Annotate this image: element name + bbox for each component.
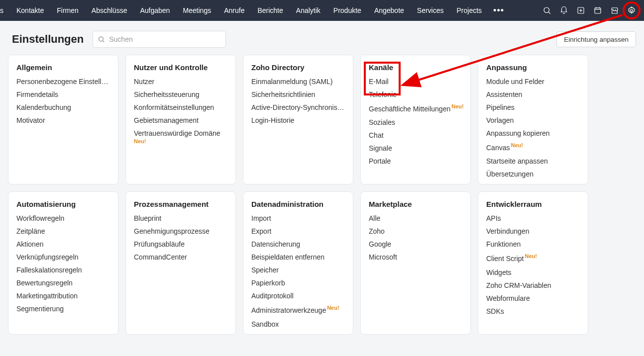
settings-link[interactable]: Konformitätseinstellungen — [134, 103, 227, 111]
svg-point-10 — [99, 37, 104, 41]
gear-icon[interactable] — [626, 5, 637, 16]
settings-link[interactable]: Sandbox — [251, 320, 345, 328]
settings-link[interactable]: Prüfungsabläufe — [134, 240, 227, 248]
settings-link[interactable]: Übersetzungen — [486, 170, 580, 178]
settings-link[interactable]: Geschäftliche Mitteilungen — [369, 105, 450, 113]
settings-card-prozessmanagement: ProzessmanagementBlueprintGenehmigungspr… — [125, 191, 236, 334]
settings-link[interactable]: Chat — [369, 131, 462, 139]
settings-link[interactable]: Pipelines — [486, 103, 580, 111]
settings-link[interactable]: Blueprint — [134, 214, 227, 222]
settings-link[interactable]: Canvas — [486, 144, 510, 152]
nav-item-berichte[interactable]: Berichte — [251, 6, 289, 14]
settings-link[interactable]: Sicherheitsrichtlinien — [251, 90, 345, 98]
settings-link[interactable]: Aktionen — [16, 240, 110, 248]
settings-link[interactable]: Firmendetails — [16, 90, 110, 98]
nav-item-abschlüsse[interactable]: Abschlüsse — [85, 6, 134, 14]
settings-link[interactable]: Segmentierung — [16, 305, 110, 313]
settings-link[interactable]: Auditprotokoll — [251, 292, 345, 300]
card-title: Zoho Directory — [251, 63, 345, 72]
settings-link[interactable]: Sicherheitssteuerung — [134, 90, 227, 98]
nav-item-aufgaben[interactable]: Aufgaben — [133, 6, 176, 14]
settings-link[interactable]: Active-Directory-Synchronisierung — [251, 103, 345, 111]
nav-item-analytik[interactable]: Analytik — [290, 6, 327, 14]
nav-left: sKontakteFirmenAbschlüsseAufgabenMeeting… — [0, 6, 541, 15]
settings-link[interactable]: Telefonie — [369, 90, 462, 98]
page-title: Einstellungen — [12, 33, 84, 46]
settings-link[interactable]: Widgets — [486, 268, 580, 276]
settings-link[interactable]: Motivator — [16, 116, 110, 124]
settings-link[interactable]: Vorlagen — [486, 116, 580, 124]
settings-link[interactable]: Papierkorb — [251, 279, 345, 287]
settings-grid-row1: AllgemeinPersonenbezogene EinstellungenF… — [0, 55, 644, 184]
nav-item-angebote[interactable]: Angebote — [368, 6, 411, 14]
nav-item-produkte[interactable]: Produkte — [327, 6, 368, 14]
settings-link[interactable]: Assistenten — [486, 90, 580, 98]
settings-link[interactable]: Administratorwerkzeuge — [251, 307, 326, 315]
new-badge: Neu! — [134, 138, 227, 144]
settings-link[interactable]: Zeitpläne — [16, 227, 110, 235]
settings-link[interactable]: E-Mail — [369, 78, 462, 86]
nav-item-meetings[interactable]: Meetings — [176, 6, 217, 14]
card-title: Allgemein — [16, 63, 110, 72]
settings-link[interactable]: Alle — [369, 214, 462, 222]
settings-link[interactable]: Personenbezogene Einstellungen — [16, 78, 110, 86]
settings-card-nutzer-und-kontrolle: Nutzer und KontrolleNutzerSicherheitsste… — [125, 55, 236, 184]
card-list: Einmalanmeldung (SAML)Sicherheitsrichtli… — [251, 78, 345, 124]
settings-link[interactable]: Bewertungsregeln — [16, 279, 110, 287]
settings-link[interactable]: Speicher — [251, 266, 345, 274]
settings-link[interactable]: Anpassung kopieren — [486, 129, 580, 137]
settings-link[interactable]: Workflowregeln — [16, 214, 110, 222]
settings-link[interactable]: Client Script — [486, 255, 524, 263]
settings-link[interactable]: Google — [369, 240, 462, 248]
settings-link[interactable]: Login-Historie — [251, 116, 345, 124]
settings-link[interactable]: Webformulare — [486, 294, 580, 302]
settings-link[interactable]: Zoho — [369, 227, 462, 235]
settings-link[interactable]: Import — [251, 214, 345, 222]
calendar-icon[interactable] — [592, 5, 603, 16]
settings-link[interactable]: Genehmigungsprozesse — [134, 227, 227, 235]
settings-link[interactable]: Soziales — [369, 118, 462, 126]
customize-button[interactable]: Einrichtung anpassen — [556, 31, 636, 47]
settings-link[interactable]: CommandCenter — [134, 253, 227, 261]
store-icon[interactable] — [609, 5, 620, 16]
settings-link[interactable]: Gebietsmanagement — [134, 116, 227, 124]
settings-link[interactable]: Zoho CRM-Variablen — [486, 281, 580, 289]
settings-link[interactable]: Kalenderbuchung — [16, 103, 110, 111]
add-icon[interactable] — [575, 5, 586, 16]
settings-link[interactable]: Einmalanmeldung (SAML) — [251, 78, 345, 86]
settings-link[interactable]: Export — [251, 227, 345, 235]
settings-link[interactable]: Datensicherung — [251, 240, 345, 248]
svg-point-0 — [544, 7, 549, 13]
settings-link[interactable]: Nutzer — [134, 78, 227, 86]
search-input[interactable] — [93, 31, 226, 48]
nav-item-firmen[interactable]: Firmen — [50, 6, 85, 14]
settings-link[interactable]: Startseite anpassen — [486, 157, 580, 165]
bell-icon[interactable] — [558, 5, 569, 16]
settings-link[interactable]: Funktionen — [486, 240, 580, 248]
settings-link[interactable]: Beispieldaten entfernen — [251, 253, 345, 261]
settings-link[interactable]: Falleskalationsregeln — [16, 266, 110, 274]
settings-link[interactable]: APIs — [486, 214, 580, 222]
nav-more[interactable]: ••• — [488, 6, 509, 15]
nav-item-anrufe[interactable]: Anrufe — [217, 6, 251, 14]
search-icon[interactable] — [541, 5, 552, 16]
card-title: Anpassung — [486, 63, 580, 72]
settings-card-anpassung: AnpassungModule und FelderAssistentenPip… — [478, 55, 588, 184]
nav-item-s[interactable]: s — [0, 6, 10, 14]
settings-link[interactable]: Module und Felder — [486, 78, 580, 86]
settings-link[interactable]: Signale — [369, 144, 462, 152]
settings-link[interactable]: Vertrauenswürdige Domäne — [134, 129, 227, 137]
settings-link[interactable]: SDKs — [486, 307, 580, 315]
settings-link[interactable]: Verknüpfungsregeln — [16, 253, 110, 261]
settings-link[interactable]: Portale — [369, 157, 462, 165]
settings-link[interactable]: Microsoft — [369, 253, 462, 261]
nav-item-kontakte[interactable]: Kontakte — [10, 6, 50, 14]
settings-link[interactable]: Verbindungen — [486, 227, 580, 235]
nav-item-services[interactable]: Services — [411, 6, 450, 14]
card-title: Prozessmanagement — [134, 200, 227, 208]
top-nav: sKontakteFirmenAbschlüsseAufgabenMeeting… — [0, 0, 644, 21]
settings-link[interactable]: Marketingattribution — [16, 292, 110, 300]
settings-card-kanäle: KanäleE-MailTelefonieGeschäftliche Mitte… — [360, 55, 471, 184]
nav-item-projects[interactable]: Projects — [450, 6, 489, 14]
page-header: Einstellungen Einrichtung anpassen — [0, 21, 644, 55]
